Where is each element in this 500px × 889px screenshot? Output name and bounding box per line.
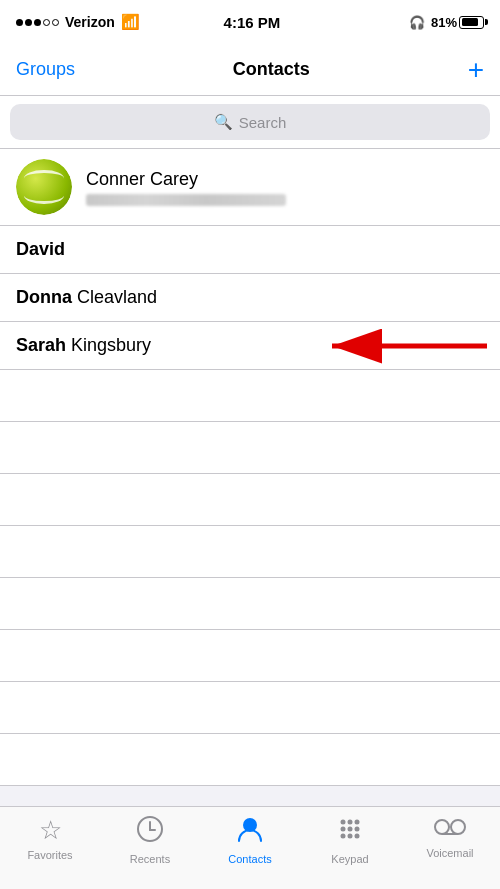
empty-row-1: [0, 370, 500, 422]
tab-contacts[interactable]: Contacts: [200, 815, 300, 865]
svg-point-8: [355, 820, 360, 825]
empty-row-3: [0, 474, 500, 526]
contact-name-sarah-kingsbury: Sarah Kingsbury: [16, 335, 151, 356]
nav-bar: Groups Contacts +: [0, 44, 500, 96]
tab-keypad[interactable]: Keypad: [300, 815, 400, 865]
tab-voicemail-label: Voicemail: [426, 847, 473, 859]
status-bar: Verizon 📶 4:16 PM 🎧 81%: [0, 0, 500, 44]
empty-row-6: [0, 630, 500, 682]
status-right: 🎧 81%: [364, 15, 484, 30]
wifi-icon: 📶: [121, 13, 140, 31]
contact-row-conner-carey[interactable]: Conner Carey: [0, 149, 500, 226]
tab-favorites[interactable]: ☆ Favorites: [0, 815, 100, 861]
headphone-icon: 🎧: [409, 15, 425, 30]
annotation-arrow: [312, 328, 492, 364]
tab-favorites-label: Favorites: [27, 849, 72, 861]
svg-point-9: [341, 827, 346, 832]
groups-button[interactable]: Groups: [16, 59, 75, 80]
svg-point-16: [451, 820, 465, 834]
voicemail-icon: [434, 815, 466, 844]
svg-point-6: [341, 820, 346, 825]
tennis-curve-bottom: [24, 187, 63, 204]
contact-row-sarah-kingsbury[interactable]: Sarah Kingsbury: [0, 322, 500, 370]
favorites-icon: ☆: [39, 815, 62, 846]
empty-row-4: [0, 526, 500, 578]
tennis-curve-top: [24, 170, 63, 187]
search-input[interactable]: Search: [239, 114, 287, 131]
empty-row-2: [0, 422, 500, 474]
battery-icon: [459, 16, 484, 29]
signal-dot-5: [52, 19, 59, 26]
battery-container: 81%: [431, 15, 484, 30]
search-bar[interactable]: 🔍 Search: [10, 104, 490, 140]
svg-point-15: [435, 820, 449, 834]
signal-dot-1: [16, 19, 23, 26]
contact-name-donna-cleavland: Donna Cleavland: [16, 287, 157, 308]
contacts-list: Conner Carey David Donna Cleavland Sarah…: [0, 149, 500, 370]
carrier-label: Verizon: [65, 14, 115, 30]
signal-dot-3: [34, 19, 41, 26]
contact-row-donna-cleavland[interactable]: Donna Cleavland: [0, 274, 500, 322]
status-left: Verizon 📶: [16, 13, 140, 31]
contact-name-david: David: [16, 239, 65, 260]
tab-contacts-label: Contacts: [228, 853, 271, 865]
tab-recents-label: Recents: [130, 853, 170, 865]
contact-details-blurred: [86, 194, 286, 206]
tab-bar: ☆ Favorites Recents Contacts: [0, 806, 500, 889]
empty-row-7: [0, 682, 500, 734]
empty-row-8: [0, 734, 500, 786]
tab-voicemail[interactable]: Voicemail: [400, 815, 500, 859]
search-container: 🔍 Search: [0, 96, 500, 149]
signal-dot-4: [43, 19, 50, 26]
tennis-ball-avatar: [16, 159, 72, 215]
svg-point-11: [355, 827, 360, 832]
empty-row-5: [0, 578, 500, 630]
status-time: 4:16 PM: [224, 14, 281, 31]
page-title: Contacts: [233, 59, 310, 80]
signal-dot-2: [25, 19, 32, 26]
contact-info-conner-carey: Conner Carey: [86, 169, 286, 206]
svg-point-7: [348, 820, 353, 825]
contacts-icon: [236, 815, 264, 850]
empty-rows: [0, 370, 500, 786]
avatar-conner-carey: [16, 159, 72, 215]
add-contact-button[interactable]: +: [468, 56, 484, 84]
contact-name-conner-carey: Conner Carey: [86, 169, 286, 190]
svg-point-13: [348, 834, 353, 839]
contact-row-david[interactable]: David: [0, 226, 500, 274]
battery-percent: 81%: [431, 15, 457, 30]
svg-point-14: [355, 834, 360, 839]
battery-fill: [462, 18, 478, 26]
keypad-icon: [336, 815, 364, 850]
svg-point-12: [341, 834, 346, 839]
svg-point-10: [348, 827, 353, 832]
tab-recents[interactable]: Recents: [100, 815, 200, 865]
signal-dots: [16, 19, 59, 26]
search-icon: 🔍: [214, 113, 233, 131]
tab-keypad-label: Keypad: [331, 853, 368, 865]
recents-icon: [136, 815, 164, 850]
